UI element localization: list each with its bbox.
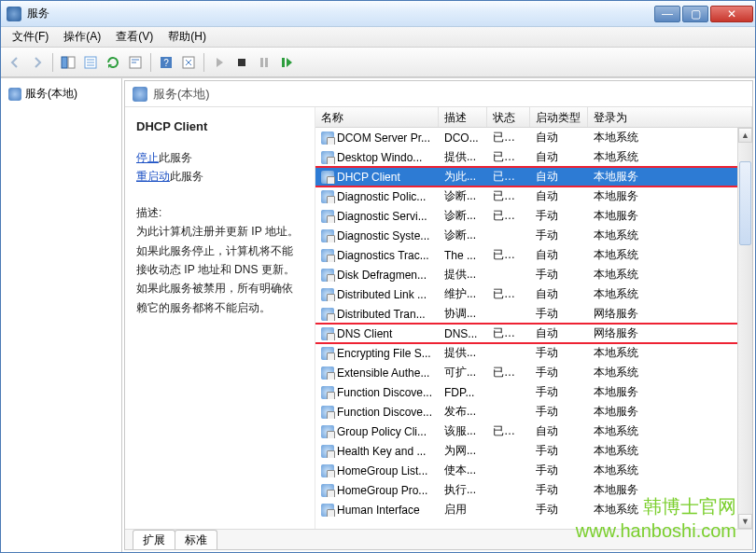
nav-label: 服务(本地) — [25, 86, 77, 102]
cell-desc: 提供... — [439, 267, 487, 283]
restart-service-button[interactable] — [276, 52, 297, 73]
table-row[interactable]: Desktop Windo...提供...已启动自动本地系统 — [315, 147, 752, 167]
menu-help[interactable]: 帮助(H) — [161, 27, 214, 47]
help-button[interactable]: ? — [156, 52, 176, 73]
nav-local-services[interactable]: 服务(本地) — [5, 84, 118, 104]
service-icon — [321, 406, 334, 419]
scroll-track[interactable] — [738, 143, 752, 514]
cell-status: 已启动 — [487, 208, 530, 224]
cell-status: 已启动 — [487, 247, 530, 263]
help-button-2[interactable] — [178, 52, 199, 73]
maximize-button[interactable]: ▢ — [682, 6, 708, 22]
service-icon — [321, 445, 334, 458]
selected-service-name: DHCP Client — [136, 117, 303, 137]
table-row[interactable]: Distributed Link ...维护...已启动自动本地系统 — [315, 284, 752, 304]
service-icon — [321, 229, 334, 242]
row-name: Disk Defragmen... — [337, 269, 427, 282]
cell-desc: 诊断... — [439, 228, 487, 243]
refresh-button[interactable] — [103, 52, 123, 73]
col-logon[interactable]: 登录为 — [588, 107, 752, 127]
cell-startup: 自动 — [530, 325, 588, 341]
menubar: 文件(F) 操作(A) 查看(V) 帮助(H) — [1, 27, 755, 48]
cell-startup: 手动 — [530, 502, 588, 518]
menu-action[interactable]: 操作(A) — [56, 27, 108, 47]
cell-name: HomeGroup List... — [315, 464, 439, 477]
cell-desc: 为此... — [439, 169, 487, 185]
table-row[interactable]: HomeGroup Pro...执行...手动本地服务 — [315, 480, 752, 500]
vertical-scrollbar[interactable]: ▲ ▼ — [737, 128, 752, 529]
back-button[interactable] — [5, 52, 25, 73]
row-name: Diagnostic Syste... — [337, 229, 429, 242]
row-name: HomeGroup List... — [337, 464, 427, 477]
service-icon — [321, 269, 334, 282]
svg-rect-10 — [282, 58, 285, 67]
col-name[interactable]: 名称 — [315, 107, 439, 127]
table-row[interactable]: Distributed Tran...协调...手动网络服务 — [315, 304, 752, 324]
stop-service-button[interactable] — [231, 52, 252, 73]
col-status[interactable]: 状态 — [487, 107, 530, 127]
show-hide-tree-button[interactable] — [58, 52, 78, 73]
table-row[interactable]: Group Policy Cli...该服...已启动自动本地系统 — [315, 422, 752, 441]
view-tabs: 扩展 标准 — [125, 529, 752, 549]
service-icon — [321, 210, 334, 223]
svg-rect-8 — [260, 58, 263, 67]
cell-logon: 本地系统 — [588, 463, 752, 478]
table-row[interactable]: DNS ClientDNS...已启动自动网络服务 — [315, 324, 752, 343]
table-row[interactable]: Diagnostic Syste...诊断...手动本地系统 — [315, 226, 752, 245]
table-row[interactable]: Health Key and ...为网...手动本地系统 — [315, 441, 752, 461]
grid-rows: DCOM Server Pr...DCO...已启动自动本地系统Desktop … — [315, 128, 752, 529]
cell-desc: 可扩... — [439, 365, 487, 380]
table-row[interactable]: Encrypting File S...提供...手动本地系统 — [315, 343, 752, 363]
row-name: Group Policy Cli... — [337, 425, 427, 438]
svg-rect-9 — [265, 58, 268, 67]
table-row[interactable]: Function Discove...发布...手动本地服务 — [315, 402, 752, 422]
table-row[interactable]: Diagnostics Trac...The ...已启动自动本地系统 — [315, 245, 752, 265]
service-icon — [321, 347, 334, 360]
cell-startup: 自动 — [530, 423, 588, 439]
minimize-button[interactable]: — — [654, 6, 680, 22]
menu-file[interactable]: 文件(F) — [5, 27, 56, 47]
table-row[interactable]: Diagnostic Polic...诊断...已启动自动本地服务 — [315, 187, 752, 206]
cell-name: Distributed Tran... — [315, 308, 439, 321]
close-button[interactable]: ✕ — [710, 6, 753, 22]
table-row[interactable]: DHCP Client为此...已启动自动本地服务 — [315, 167, 752, 187]
cell-name: Diagnostic Servi... — [315, 210, 439, 223]
cell-status: 已启动 — [487, 188, 530, 204]
row-name: Desktop Windo... — [337, 151, 422, 164]
start-service-button[interactable] — [209, 52, 230, 73]
pause-service-button[interactable] — [254, 52, 274, 73]
table-row[interactable]: DCOM Server Pr...DCO...已启动自动本地系统 — [315, 128, 752, 147]
table-row[interactable]: Diagnostic Servi...诊断...已启动手动本地服务 — [315, 206, 752, 226]
description-label: 描述: — [136, 203, 303, 222]
col-startup[interactable]: 启动类型 — [530, 107, 588, 127]
cell-status: 已启动 — [487, 365, 530, 380]
col-description[interactable]: 描述 — [439, 107, 487, 127]
services-window: 服务 — ▢ ✕ 文件(F) 操作(A) 查看(V) 帮助(H) ? — [0, 0, 756, 553]
table-row[interactable]: Disk Defragmen...提供...手动本地系统 — [315, 265, 752, 284]
scroll-down-icon[interactable]: ▼ — [738, 514, 752, 529]
service-summary: DHCP Client 停止此服务 重启动此服务 描述: 为此计算机注册并更新 … — [125, 107, 315, 529]
table-row[interactable]: Function Discove...FDP...手动本地服务 — [315, 382, 752, 402]
scroll-up-icon[interactable]: ▲ — [738, 128, 752, 143]
table-row[interactable]: Extensible Authe...可扩...已启动手动本地系统 — [315, 363, 752, 382]
table-row[interactable]: HomeGroup List...使本...手动本地系统 — [315, 461, 752, 480]
row-name: Diagnostic Polic... — [337, 190, 426, 203]
forward-button[interactable] — [27, 52, 48, 73]
tab-standard[interactable]: 标准 — [175, 530, 217, 550]
table-row[interactable]: Human Interface启用手动本地系统 — [315, 500, 752, 519]
cell-logon: 本地系统 — [588, 365, 752, 380]
scroll-thumb[interactable] — [739, 161, 751, 245]
tab-extended[interactable]: 扩展 — [133, 530, 175, 550]
detail-pane: 服务(本地) DHCP Client 停止此服务 重启动此服务 描述: 为此计算… — [124, 80, 753, 550]
cell-name: Extensible Authe... — [315, 366, 439, 380]
export-list-button[interactable] — [80, 52, 101, 73]
separator — [203, 53, 204, 72]
row-name: Diagnostic Servi... — [337, 210, 427, 223]
restart-service-link[interactable]: 重启动 — [136, 170, 170, 183]
stop-service-link[interactable]: 停止 — [136, 151, 159, 164]
menu-view[interactable]: 查看(V) — [108, 27, 161, 47]
properties-button[interactable] — [125, 52, 146, 73]
service-icon — [321, 249, 334, 262]
cell-startup: 自动 — [530, 188, 588, 204]
cell-name: Diagnostics Trac... — [315, 249, 439, 262]
